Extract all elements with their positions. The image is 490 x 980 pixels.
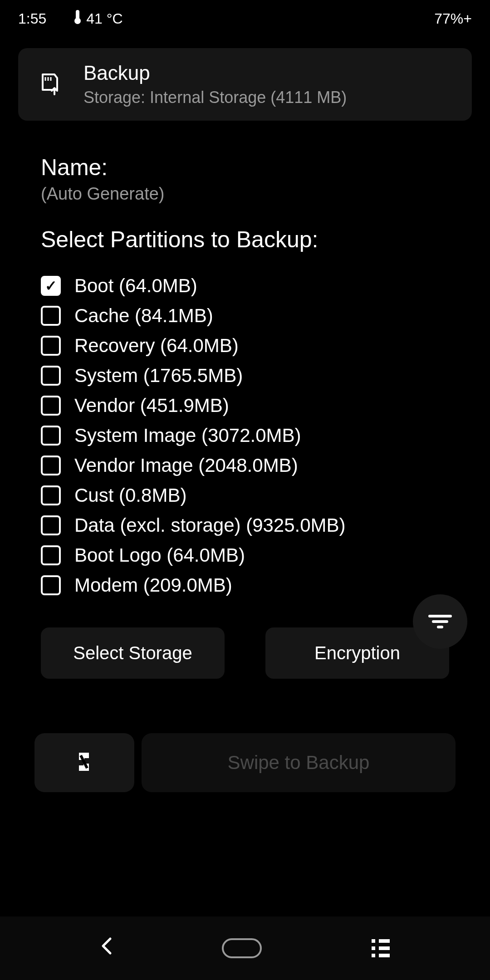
status-time: 1:55 (18, 10, 46, 27)
partition-item[interactable]: Cache (84.1MB) (41, 301, 449, 331)
partition-item[interactable]: Data (excl. storage) (9325.0MB) (41, 510, 449, 540)
partition-item[interactable]: Boot Logo (64.0MB) (41, 540, 449, 570)
swipe-logo-icon (72, 749, 97, 776)
partition-item[interactable]: Recovery (64.0MB) (41, 331, 449, 361)
partition-label: Data (excl. storage) (9325.0MB) (74, 514, 346, 536)
status-bar: 1:55 41 °C 77%+ (0, 0, 490, 37)
partition-label: Boot Logo (64.0MB) (74, 544, 245, 566)
partition-checkbox[interactable] (41, 396, 61, 416)
swipe-handle[interactable] (34, 733, 134, 792)
partition-label: Recovery (64.0MB) (74, 335, 239, 357)
thermometer-icon (74, 9, 82, 28)
partition-checkbox[interactable] (41, 426, 61, 446)
swipe-track[interactable]: Swipe to Backup (142, 733, 456, 792)
partition-item[interactable]: Vendor Image (2048.0MB) (41, 451, 449, 480)
partition-checkbox[interactable] (41, 306, 61, 326)
partition-checkbox[interactable] (41, 456, 61, 475)
partition-label: Vendor Image (2048.0MB) (74, 455, 298, 476)
partition-item[interactable]: Cust (0.8MB) (41, 480, 449, 510)
partition-label: Modem (209.0MB) (74, 574, 232, 596)
status-temperature: 41 °C (86, 10, 122, 27)
partition-checkbox[interactable] (41, 336, 61, 356)
partition-label: Vendor (451.9MB) (74, 395, 229, 416)
partition-item[interactable]: System Image (3072.0MB) (41, 421, 449, 451)
name-section[interactable]: Name: (Auto Generate) (41, 154, 449, 204)
partition-list: ✓Boot (64.0MB)Cache (84.1MB)Recovery (64… (41, 271, 449, 600)
partition-checkbox[interactable] (41, 545, 61, 565)
name-label: Name: (41, 154, 449, 181)
header-title: Backup (83, 62, 347, 84)
checkmark-icon: ✓ (45, 277, 57, 294)
partition-label: Boot (64.0MB) (74, 275, 197, 297)
navigation-bar (0, 916, 490, 980)
header-subtitle: Storage: Internal Storage (4111 MB) (83, 88, 347, 107)
name-value: (Auto Generate) (41, 184, 449, 204)
nav-back-button[interactable] (100, 937, 112, 960)
nav-home-button[interactable] (222, 938, 262, 958)
partition-item[interactable]: System (1765.5MB) (41, 361, 449, 391)
partition-checkbox[interactable] (41, 515, 61, 535)
filter-icon (428, 615, 452, 628)
partition-label: Cust (0.8MB) (74, 485, 186, 506)
partitions-title: Select Partitions to Backup: (41, 226, 449, 253)
partition-item[interactable]: Vendor (451.9MB) (41, 391, 449, 421)
partition-item[interactable]: Modem (209.0MB) (41, 570, 449, 600)
partition-checkbox[interactable] (41, 575, 61, 595)
partition-checkbox[interactable]: ✓ (41, 276, 61, 296)
filter-fab[interactable] (413, 594, 467, 649)
sd-card-backup-icon (36, 72, 62, 97)
partition-label: Cache (84.1MB) (74, 305, 213, 327)
select-storage-button[interactable]: Select Storage (41, 627, 225, 679)
partition-label: System (1765.5MB) (74, 365, 243, 387)
partition-checkbox[interactable] (41, 485, 61, 505)
partition-item[interactable]: ✓Boot (64.0MB) (41, 271, 449, 301)
status-battery: 77%+ (434, 10, 472, 27)
nav-list-button[interactable] (372, 939, 390, 957)
backup-header-card[interactable]: Backup Storage: Internal Storage (4111 M… (18, 48, 472, 121)
svg-point-1 (74, 18, 81, 24)
partition-label: System Image (3072.0MB) (74, 425, 301, 446)
partition-checkbox[interactable] (41, 366, 61, 386)
